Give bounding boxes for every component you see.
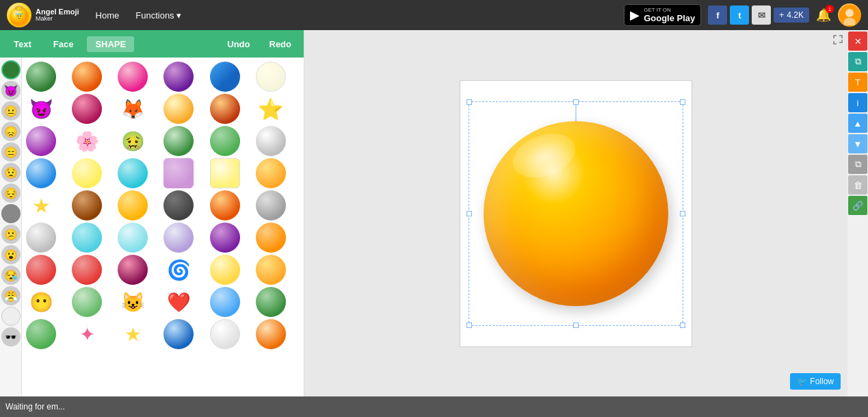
emotion-item-angry[interactable]: 😤 [1, 286, 21, 305]
emoji-gray-ball[interactable] [26, 223, 56, 253]
canvas-emoji-orange-ball[interactable] [480, 118, 672, 309]
emoji-light-blue[interactable] [118, 223, 148, 253]
emoji-gold-star[interactable]: ★ [26, 190, 56, 220]
emoji-orange-ball3[interactable] [256, 255, 286, 285]
emoji-sunflower[interactable]: 🌸 [72, 126, 102, 156]
facebook-button[interactable]: f [708, 5, 727, 25]
emoji-green-ball4[interactable] [26, 319, 56, 349]
up-tool-button[interactable]: ▲ [848, 114, 867, 133]
text-tool-button[interactable]: T [848, 73, 867, 92]
emoji-yellow-ball2[interactable] [72, 158, 102, 188]
emotion-item-neutral[interactable]: 😐 [1, 101, 21, 121]
emoji-green-face[interactable]: 🤢 [118, 126, 148, 156]
emoji-blue-gradient[interactable] [210, 62, 240, 92]
handle-bottom-left[interactable] [466, 323, 472, 328]
emoji-blue-ball[interactable] [26, 158, 56, 188]
emotion-item-surprised[interactable]: 😮 [1, 245, 21, 264]
close-tool-button[interactable]: ✕ [848, 31, 867, 51]
emoji-orange-dark2[interactable] [210, 190, 240, 220]
shape-tab[interactable]: SHAPE [87, 36, 134, 52]
text-tab[interactable]: Text [5, 36, 40, 52]
emoji-black-ball[interactable] [163, 190, 194, 220]
emotion-item-sleepy[interactable]: 😪 [1, 266, 21, 285]
emotion-item-pensive[interactable]: 😔 [1, 184, 21, 203]
handle-top-left[interactable] [466, 99, 472, 105]
emoji-red-ball[interactable] [26, 255, 56, 285]
info-tool-button[interactable]: i [848, 93, 867, 112]
google-play-button[interactable]: ▶ GET IT ON Google Play [624, 4, 701, 26]
emotion-item-blank[interactable]: 😑 [1, 142, 21, 162]
follow-button[interactable]: 🐦 Follow [790, 373, 841, 390]
emoji-red-ball2[interactable] [72, 255, 102, 285]
avatar-button[interactable] [838, 3, 861, 27]
handle-middle-left[interactable] [466, 211, 472, 216]
emoji-light-green[interactable] [163, 126, 194, 156]
emoji-orange-dark[interactable] [210, 94, 240, 124]
emoji-amber-ball[interactable] [118, 190, 148, 220]
emoji-purple-light[interactable] [26, 126, 56, 156]
emoji-grid-container[interactable]: 😈 🦊 ⭐ 🌸 🤢 [22, 58, 304, 396]
emoji-green-ball2[interactable] [210, 126, 240, 156]
emoji-brown-face[interactable]: 🦊 [118, 94, 148, 124]
emotion-item-white[interactable] [1, 307, 21, 326]
handle-middle-right[interactable] [680, 211, 685, 216]
emoji-orange-ball2[interactable] [256, 158, 286, 188]
like-button[interactable]: + 4.2K [774, 8, 809, 23]
emoji-pink-star[interactable]: ⭐ [256, 94, 286, 124]
emoji-blue-ball3[interactable] [163, 319, 194, 349]
emoji-pink-star2[interactable]: ✦ [72, 319, 102, 349]
emoji-gold-star2[interactable]: ★ [118, 319, 148, 349]
down-tool-button[interactable]: ▼ [848, 134, 867, 153]
email-button[interactable]: ✉ [752, 5, 771, 25]
emoji-yellow-square[interactable] [210, 158, 240, 188]
handle-top-right[interactable] [680, 99, 685, 105]
emoji-gray-ball2[interactable] [72, 223, 102, 253]
emoji-dark-pink[interactable] [118, 255, 148, 285]
delete-tool-button[interactable]: 🗑 [848, 175, 867, 194]
twitter-button[interactable]: t [730, 5, 749, 25]
undo-button[interactable]: Undo [220, 36, 257, 52]
expand-icon[interactable] [832, 34, 843, 48]
emoji-purple-ball[interactable] [163, 62, 194, 92]
emoji-cyan-ball[interactable] [118, 158, 148, 188]
canvas-area[interactable]: 🐦 Follow [304, 30, 847, 396]
emoji-orange-ball[interactable] [72, 62, 102, 92]
emotion-item-devil[interactable]: 😈 [1, 81, 21, 100]
copy-tool-button[interactable]: ⧉ [848, 52, 867, 71]
emoji-pink-smiley[interactable] [72, 94, 102, 124]
handle-bottom-center[interactable] [573, 323, 579, 328]
emoji-purple-square[interactable] [163, 158, 194, 188]
emoji-fill3[interactable] [256, 223, 286, 253]
emotion-item-plain[interactable] [1, 204, 21, 223]
emoji-fill4[interactable] [256, 287, 286, 317]
emoji-earth-face[interactable]: 🌀 [163, 255, 194, 285]
emotion-item-sunglasses[interactable]: 🕶️ [1, 327, 21, 346]
emoji-white-ball2[interactable] [210, 319, 240, 349]
emoji-cream-ball[interactable] [256, 62, 286, 92]
emotion-item-green[interactable] [1, 60, 21, 79]
emotion-item-worried[interactable]: 😟 [1, 163, 21, 182]
handle-bottom-right[interactable] [680, 323, 685, 328]
notification-button[interactable]: 🔔 1 [816, 8, 831, 23]
emoji-pink-ball[interactable] [118, 62, 148, 92]
emoji-yellow-ball[interactable] [163, 94, 194, 124]
emoji-green-ball3[interactable] [72, 287, 102, 317]
emoji-face-orange[interactable]: 😺 [118, 287, 148, 317]
canvas-workspace[interactable] [460, 80, 692, 347]
emoji-blue-ball2[interactable] [210, 287, 240, 317]
emotion-item-confused[interactable]: 😕 [1, 225, 21, 244]
nav-functions[interactable]: Functions ▾ [129, 8, 187, 23]
emoji-heart-red[interactable]: ❤️ [163, 287, 194, 317]
emoji-fill5[interactable] [256, 319, 286, 349]
emoji-fill2[interactable] [210, 223, 240, 253]
duplicate-tool-button[interactable]: ⧉ [848, 155, 867, 174]
link-tool-button[interactable]: 🔗 [848, 196, 867, 215]
emoji-face-yellow[interactable]: 😶 [26, 287, 56, 317]
emoji-green-ball[interactable] [26, 62, 56, 92]
redo-button[interactable]: Redo [263, 36, 299, 52]
emoji-yellow-ball3[interactable] [210, 255, 240, 285]
emoji-red-smiley[interactable]: 😈 [26, 94, 56, 124]
emoji-lavender[interactable] [163, 223, 194, 253]
emotion-item-sad[interactable]: 😞 [1, 122, 21, 141]
nav-home[interactable]: Home [89, 8, 127, 23]
